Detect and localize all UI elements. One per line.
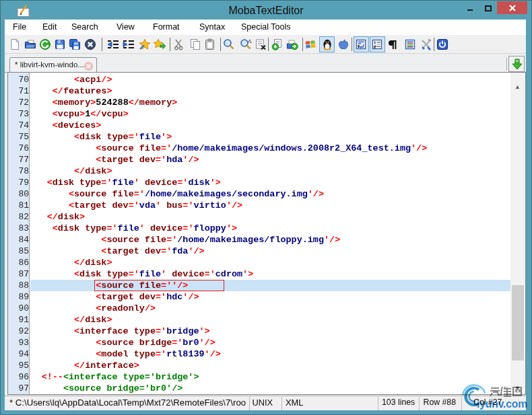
svg-text:iyunv.com: iyunv.com [477, 398, 527, 410]
